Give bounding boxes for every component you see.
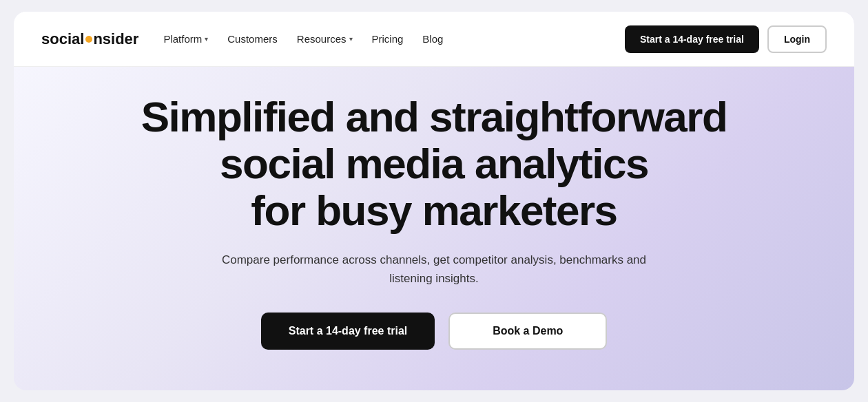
hero-trial-button[interactable]: Start a 14-day free trial [261,313,435,350]
hero-demo-button[interactable]: Book a Demo [448,313,607,350]
chevron-down-icon: ▾ [349,35,353,43]
hero-subtitle: Compare performance across channels, get… [220,251,648,288]
nav-item-pricing[interactable]: Pricing [372,33,404,45]
nav-label-customers: Customers [227,33,278,45]
hero-buttons: Start a 14-day free trial Book a Demo [261,313,608,350]
nav-label-blog: Blog [422,33,443,45]
nav-link-pricing[interactable]: Pricing [372,33,404,45]
navbar-right: Start a 14-day free trial Login [625,25,827,53]
navbar-left: socialnsider Platform ▾ Customers [41,30,443,48]
nav-link-resources[interactable]: Resources ▾ [297,33,353,45]
nav-link-customers[interactable]: Customers [227,33,278,45]
nav-trial-button[interactable]: Start a 14-day free trial [625,25,759,53]
nav-link-blog[interactable]: Blog [422,33,443,45]
hero-title-line3: for busy marketers [251,187,617,234]
nav-label-pricing: Pricing [372,33,404,45]
nav-label-platform: Platform [163,33,202,45]
nav-login-button[interactable]: Login [767,25,827,53]
navbar: socialnsider Platform ▾ Customers [14,12,854,67]
hero-title-line1: Simplified and straightforward [141,93,727,140]
chevron-down-icon: ▾ [205,35,208,43]
logo[interactable]: socialnsider [41,30,138,48]
logo-text-before: social [41,30,84,48]
nav-label-resources: Resources [297,33,347,45]
logo-text-after: nsider [93,30,138,48]
nav-link-platform[interactable]: Platform ▾ [163,33,208,45]
nav-links: Platform ▾ Customers Resources ▾ [163,33,443,45]
hero-title: Simplified and straightforward social me… [141,94,727,235]
nav-item-resources[interactable]: Resources ▾ [297,33,353,45]
hero-section: Simplified and straightforward social me… [14,67,854,390]
nav-item-blog[interactable]: Blog [422,33,443,45]
nav-item-customers[interactable]: Customers [227,33,278,45]
hero-title-line2: social media analytics [220,140,648,187]
nav-item-platform[interactable]: Platform ▾ [163,33,208,45]
page-wrapper: socialnsider Platform ▾ Customers [14,12,854,390]
logo-dot-icon [85,36,92,43]
